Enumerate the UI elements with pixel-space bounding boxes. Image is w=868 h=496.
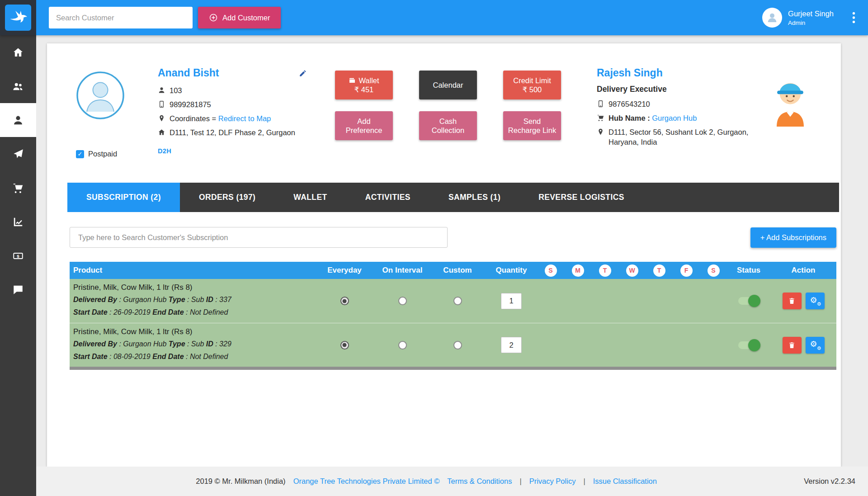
product-details: Delivered By : Gurgaon Hub Type : Sub ID… bbox=[73, 293, 314, 319]
terms-conditions-link[interactable]: Terms & Conditions bbox=[447, 477, 512, 486]
tab-label: SAMPLES (1) bbox=[448, 193, 500, 202]
sidebar-item-users[interactable] bbox=[0, 69, 36, 103]
redirect-to-map-link[interactable]: Redirect to Map bbox=[218, 114, 271, 123]
sidebar-item-support[interactable] bbox=[0, 273, 36, 307]
person-icon bbox=[158, 86, 165, 94]
tab-orders[interactable]: ORDERS (197) bbox=[180, 183, 274, 212]
quantity-input[interactable] bbox=[501, 337, 522, 353]
day-badge-monday[interactable]: M bbox=[572, 265, 584, 277]
add-preference-button[interactable]: Add Preference bbox=[335, 111, 393, 140]
add-customer-button[interactable]: Add Customer bbox=[198, 7, 281, 28]
subscription-settings-button[interactable]: ⚙ ⚙ bbox=[806, 337, 825, 354]
plan-badge[interactable]: D2H bbox=[158, 147, 307, 155]
cash-collection-label: Cash Collection bbox=[424, 117, 472, 135]
tab-label: ORDERS (197) bbox=[199, 193, 255, 202]
tab-subscription[interactable]: SUBSCRIPTION (2) bbox=[67, 183, 180, 212]
calendar-button[interactable]: Calendar bbox=[419, 71, 477, 99]
tab-reverse-logistics[interactable]: REVERSE LOGISTICS bbox=[519, 183, 643, 212]
tabs: SUBSCRIPTION (2) ORDERS (197) WALLET ACT… bbox=[67, 183, 839, 212]
hub-link[interactable]: Gurgaon Hub bbox=[652, 114, 697, 122]
sidebar-item-customer[interactable] bbox=[0, 103, 36, 137]
delivery-phone-row: 9876543210 bbox=[597, 99, 755, 109]
day-badge-thursday[interactable]: T bbox=[653, 265, 665, 277]
customer-address-row: D111, Test 12, DLF Phase 2, Gurgaon bbox=[158, 128, 307, 137]
tab-wallet[interactable]: WALLET bbox=[274, 183, 346, 212]
sidebar-item-home[interactable] bbox=[0, 35, 36, 69]
day-badge-friday[interactable]: F bbox=[680, 265, 693, 277]
on-interval-radio[interactable] bbox=[398, 341, 407, 350]
subscription-rows: Pristine, Milk, Cow Milk, 1 ltr (Rs 8) D… bbox=[70, 279, 836, 367]
search-customer-input[interactable] bbox=[49, 7, 193, 28]
delete-subscription-button[interactable] bbox=[783, 293, 802, 309]
plus-circle-icon bbox=[209, 13, 218, 22]
user-avatar[interactable] bbox=[762, 8, 782, 28]
hub-row: Hub Name : Gurgaon Hub bbox=[597, 113, 755, 123]
user-name: Gurjeet Singh bbox=[788, 9, 834, 18]
check-icon: ✓ bbox=[78, 151, 83, 157]
quantity-input[interactable] bbox=[501, 293, 522, 309]
customer-id-row: 103 bbox=[158, 85, 307, 95]
sidebar: $ bbox=[0, 35, 36, 496]
customer-card: ✓ Postpaid Anand Bisht 103 bbox=[47, 43, 841, 467]
on-interval-radio[interactable] bbox=[398, 297, 407, 305]
tab-samples[interactable]: SAMPLES (1) bbox=[429, 183, 519, 212]
customer-profile: ✓ Postpaid Anand Bisht 103 bbox=[47, 43, 841, 183]
wallet-button[interactable]: Wallet ₹ 451 bbox=[335, 71, 393, 99]
cash-collection-button[interactable]: Cash Collection bbox=[419, 111, 477, 140]
status-toggle[interactable] bbox=[738, 341, 759, 349]
gears-icon: ⚙ bbox=[810, 340, 817, 348]
location-pin-icon bbox=[597, 128, 604, 136]
kebab-menu-icon[interactable] bbox=[848, 11, 859, 24]
app-logo[interactable] bbox=[0, 0, 36, 35]
everyday-radio[interactable] bbox=[340, 297, 349, 305]
credit-limit-button[interactable]: Credit Limit ₹ 500 bbox=[503, 71, 561, 99]
tab-label: SUBSCRIPTION (2) bbox=[86, 193, 161, 202]
sidebar-item-dispatch[interactable] bbox=[0, 137, 36, 171]
custom-radio[interactable] bbox=[453, 297, 462, 305]
bird-logo-icon bbox=[9, 9, 27, 27]
tab-activities[interactable]: ACTIVITIES bbox=[346, 183, 429, 212]
credit-limit-amount: ₹ 500 bbox=[523, 85, 542, 94]
postpaid-checkbox[interactable]: ✓ bbox=[76, 150, 84, 158]
gears-icon: ⚙ bbox=[810, 296, 817, 304]
sidebar-item-orders[interactable] bbox=[0, 171, 36, 205]
sidebar-item-payments[interactable]: $ bbox=[0, 239, 36, 273]
send-recharge-link-button[interactable]: Send Recharge Link bbox=[503, 111, 561, 140]
privacy-policy-link[interactable]: Privacy Policy bbox=[529, 477, 576, 486]
mobile-icon bbox=[597, 100, 604, 108]
wallet-icon bbox=[349, 77, 356, 84]
person-icon bbox=[765, 11, 779, 24]
day-badge-sunday[interactable]: S bbox=[545, 265, 557, 277]
day-badge-wednesday[interactable]: W bbox=[626, 265, 638, 277]
edit-icon[interactable] bbox=[299, 69, 307, 77]
footer-separator: | bbox=[519, 477, 521, 486]
send-recharge-label: Send Recharge Link bbox=[508, 117, 557, 135]
subscription-settings-button[interactable]: ⚙ ⚙ bbox=[806, 293, 825, 309]
footer-company-link[interactable]: Orange Tree Technologies Private Limited… bbox=[293, 477, 440, 486]
cart-icon bbox=[597, 114, 604, 122]
house-icon bbox=[158, 128, 165, 136]
issue-classification-link[interactable]: Issue Classification bbox=[593, 477, 657, 486]
footer: 2019 © Mr. Milkman (India) Orange Tree T… bbox=[36, 467, 868, 496]
wallet-amount: ₹ 451 bbox=[354, 85, 374, 94]
customer-phone: 9899281875 bbox=[170, 99, 211, 109]
user-meta: Gurjeet Singh Admin bbox=[788, 9, 834, 26]
table-scrollbar[interactable] bbox=[70, 367, 836, 370]
add-subscriptions-button[interactable]: + Add Subscriptions bbox=[750, 227, 836, 248]
header-action: Action bbox=[770, 266, 836, 275]
customer-avatar[interactable] bbox=[76, 71, 125, 120]
day-badge-saturday[interactable]: S bbox=[708, 265, 720, 277]
header-quantity: Quantity bbox=[486, 266, 537, 275]
trash-icon bbox=[788, 297, 796, 305]
status-toggle[interactable] bbox=[738, 297, 759, 305]
day-badge-tuesday[interactable]: T bbox=[599, 265, 611, 277]
custom-radio[interactable] bbox=[453, 341, 462, 350]
everyday-radio[interactable] bbox=[340, 341, 349, 350]
delete-subscription-button[interactable] bbox=[783, 337, 802, 354]
delivery-phone: 9876543210 bbox=[609, 99, 650, 109]
app: Add Customer Gurjeet Singh Admin bbox=[0, 0, 868, 496]
sidebar-item-reports[interactable] bbox=[0, 205, 36, 239]
tab-label: REVERSE LOGISTICS bbox=[538, 193, 624, 202]
tab-label: ACTIVITIES bbox=[365, 193, 410, 202]
subscription-search-input[interactable] bbox=[70, 227, 448, 248]
